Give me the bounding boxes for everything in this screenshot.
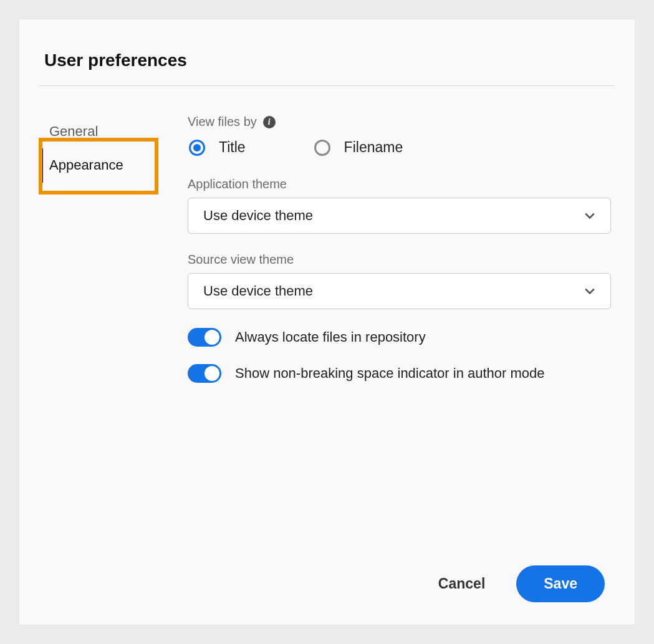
radio-label: Title (219, 139, 246, 156)
cancel-button[interactable]: Cancel (438, 575, 485, 592)
toggle-nbsp-indicator: Show non-breaking space indicator in aut… (188, 364, 611, 383)
tab-label: Appearance (49, 157, 123, 173)
tab-label: General (49, 123, 98, 139)
radio-title[interactable]: Title (189, 139, 246, 156)
select-value: Use device theme (203, 208, 313, 224)
tab-general[interactable]: General (44, 115, 150, 148)
chevron-down-icon (584, 210, 595, 221)
save-button[interactable]: Save (516, 565, 605, 602)
radio-label: Filename (344, 139, 403, 156)
radio-button-icon (314, 140, 330, 156)
view-files-by-label: View files by i (188, 115, 611, 129)
application-theme-select[interactable]: Use device theme (188, 198, 611, 234)
tab-appearance[interactable]: Appearance (41, 148, 150, 182)
divider (39, 85, 615, 86)
appearance-panel: View files by i Title Filename Applicati… (188, 115, 615, 565)
source-view-theme-label: Source view theme (188, 252, 611, 267)
user-preferences-dialog: User preferences General Appearance View… (19, 19, 635, 625)
chevron-down-icon (584, 286, 595, 297)
toggle-switch[interactable] (188, 364, 221, 383)
toggle-label: Always locate files in repository (235, 329, 426, 345)
radio-button-icon (189, 140, 205, 156)
application-theme-label: Application theme (188, 177, 611, 191)
sidebar: General Appearance (44, 115, 150, 565)
info-icon[interactable]: i (263, 116, 276, 128)
dialog-title: User preferences (44, 50, 615, 70)
view-files-by-radio-group: Title Filename (188, 139, 611, 156)
dialog-footer: Cancel Save (39, 565, 615, 602)
toggle-always-locate-files: Always locate files in repository (188, 328, 611, 347)
source-view-theme-group: Source view theme Use device theme (188, 252, 611, 309)
dialog-body: General Appearance View files by i Title… (39, 115, 615, 565)
application-theme-group: Application theme Use device theme (188, 177, 611, 234)
source-view-theme-select[interactable]: Use device theme (188, 273, 611, 309)
toggle-switch[interactable] (188, 328, 221, 347)
toggle-label: Show non-breaking space indicator in aut… (235, 365, 545, 382)
select-value: Use device theme (203, 283, 313, 299)
radio-filename[interactable]: Filename (314, 139, 403, 156)
